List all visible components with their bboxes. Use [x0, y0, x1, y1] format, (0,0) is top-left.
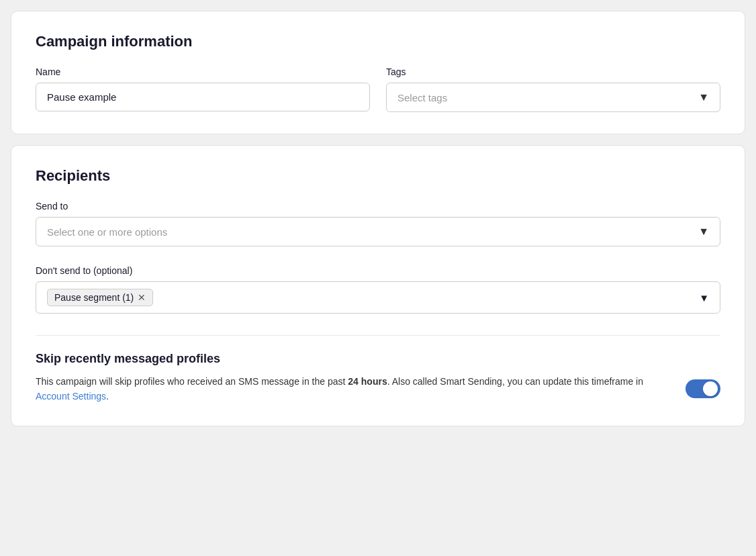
dont-send-label: Don't send to (optional)	[36, 265, 720, 276]
skip-desc-end: .	[106, 391, 109, 402]
send-to-chevron-icon: ▼	[698, 226, 709, 238]
send-to-label: Send to	[36, 201, 720, 212]
campaign-name-input[interactable]	[36, 83, 370, 111]
section-divider	[36, 335, 720, 336]
pause-segment-tag: Pause segment (1) ✕	[47, 289, 153, 306]
dont-send-chevron-icon: ▼	[699, 292, 709, 304]
pause-segment-remove-button[interactable]: ✕	[138, 293, 146, 302]
send-to-section: Send to Select one or more options ▼	[36, 201, 720, 246]
recipients-title: Recipients	[36, 167, 720, 185]
tags-select[interactable]: Select tags ▼	[386, 83, 720, 112]
recipients-card: Recipients Send to Select one or more op…	[11, 145, 745, 426]
skip-row: This campaign will skip profiles who rec…	[36, 374, 720, 404]
dont-send-section: Don't send to (optional) Pause segment (…	[36, 265, 720, 314]
toggle-slider	[686, 379, 720, 398]
name-label: Name	[36, 66, 370, 77]
skip-section: Skip recently messaged profiles This cam…	[36, 352, 720, 404]
send-to-select[interactable]: Select one or more options ▼	[36, 217, 720, 246]
skip-title: Skip recently messaged profiles	[36, 352, 720, 366]
skip-desc-bold: 24 hours	[348, 376, 387, 387]
smart-sending-toggle-container	[686, 379, 720, 398]
skip-description: This campaign will skip profiles who rec…	[36, 374, 669, 404]
dont-send-select[interactable]: Pause segment (1) ✕ ▼	[36, 281, 720, 314]
campaign-information-card: Campaign information Name Tags Select ta…	[11, 11, 745, 134]
tags-label: Tags	[386, 66, 720, 77]
pause-segment-tag-label: Pause segment (1)	[54, 292, 134, 303]
smart-sending-toggle[interactable]	[686, 379, 720, 398]
campaign-info-title: Campaign information	[36, 33, 720, 50]
skip-desc-part2: . Also called Smart Sending, you can upd…	[387, 376, 643, 387]
tags-placeholder: Select tags	[397, 92, 447, 103]
dont-send-tags-area: Pause segment (1) ✕	[47, 289, 691, 306]
tags-chevron-icon: ▼	[698, 91, 709, 103]
account-settings-link[interactable]: Account Settings	[36, 391, 106, 402]
send-to-placeholder: Select one or more options	[47, 226, 167, 238]
skip-desc-part1: This campaign will skip profiles who rec…	[36, 376, 348, 387]
